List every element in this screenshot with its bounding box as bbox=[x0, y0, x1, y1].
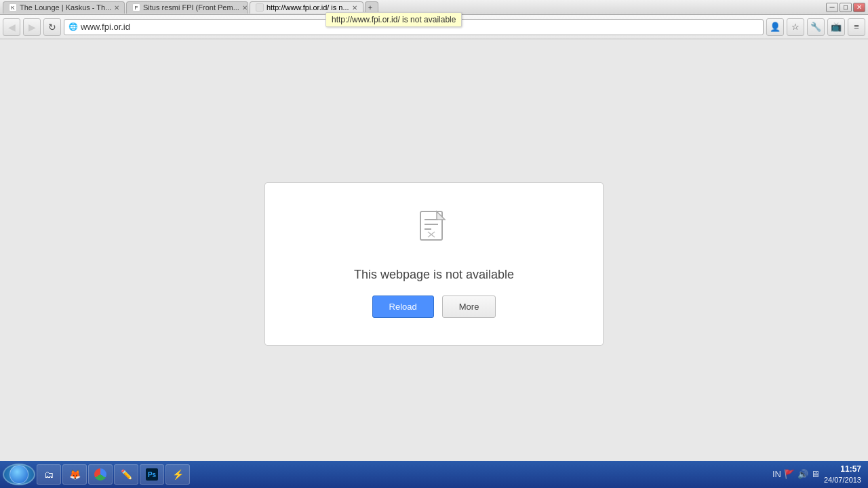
close-button[interactable]: ✕ bbox=[853, 3, 865, 12]
menu-icon: ≡ bbox=[854, 22, 859, 32]
bookmark-button[interactable]: ☆ bbox=[787, 18, 804, 36]
cast-button[interactable]: 📺 bbox=[827, 18, 845, 36]
page-icon: 🌐 bbox=[68, 22, 78, 31]
clock-date: 24/07/2013 bbox=[824, 475, 861, 485]
tab-favicon-fpi-error bbox=[256, 3, 264, 12]
chrome-icon bbox=[94, 468, 106, 481]
reload-page-button[interactable]: Reload bbox=[372, 296, 434, 318]
tab-close-kaskus[interactable]: ✕ bbox=[114, 4, 119, 12]
taskbar-item-photoshop[interactable]: Ps bbox=[140, 464, 164, 485]
settings-button[interactable]: ≡ bbox=[848, 18, 865, 36]
clock-time: 11:57 bbox=[824, 464, 861, 475]
clock: 11:57 24/07/2013 bbox=[824, 464, 861, 485]
tab-label-fpi-error: http://www.fpi.or.id/ is n... bbox=[267, 3, 349, 12]
minimize-button[interactable]: ─ bbox=[826, 3, 838, 12]
taskbar-item-chrome[interactable] bbox=[88, 464, 113, 485]
tab-tooltip: http://www.fpi.or.id/ is not available bbox=[326, 12, 462, 27]
back-icon: ◀ bbox=[8, 22, 16, 33]
tab-close-fpi-situs[interactable]: ✕ bbox=[242, 4, 248, 12]
firefox-icon: 🦊 bbox=[68, 468, 81, 481]
back-button[interactable]: ◀ bbox=[3, 18, 20, 36]
profile-button[interactable]: 👤 bbox=[766, 18, 784, 36]
error-card: This webpage is not available Reload Mor… bbox=[264, 182, 604, 346]
reload-button[interactable]: ↻ bbox=[43, 18, 61, 36]
taskbar-item-firefox[interactable]: 🦊 bbox=[62, 464, 87, 485]
page-content: This webpage is not available Reload Mor… bbox=[0, 39, 868, 488]
taskbar: 🗂 🦊 ✏️ Ps ⚡ IN 🚩 🔊 🖥 11:57 2 bbox=[0, 461, 868, 488]
tab-fpi-error[interactable]: http://www.fpi.or.id/ is n... ✕ bbox=[250, 1, 363, 14]
tab-favicon-fpi-situs: F bbox=[132, 3, 140, 12]
explorer-icon: 🗂 bbox=[43, 468, 55, 481]
reload-icon: ↻ bbox=[48, 22, 56, 33]
start-orb bbox=[9, 465, 28, 484]
photoshop-icon: Ps bbox=[146, 468, 158, 481]
extension-button[interactable]: 🔧 bbox=[807, 18, 825, 36]
tab-favicon-kaskus: K bbox=[9, 3, 17, 12]
app1-icon: ✏️ bbox=[120, 468, 132, 481]
tab-new[interactable]: + bbox=[365, 1, 378, 14]
star-icon: ☆ bbox=[791, 22, 800, 32]
taskbar-item-explorer[interactable]: 🗂 bbox=[37, 464, 61, 485]
monitor-icon: 🖥 bbox=[811, 469, 820, 479]
speaker-icon: 🔊 bbox=[797, 469, 808, 479]
forward-button[interactable]: ▶ bbox=[23, 18, 41, 36]
nav-actions: 👤 ☆ 🔧 📺 ≡ bbox=[766, 18, 865, 36]
cast-icon: 📺 bbox=[831, 22, 842, 32]
taskbar-item-app1[interactable]: ✏️ bbox=[114, 464, 138, 485]
puzzle-icon: 🔧 bbox=[810, 22, 821, 32]
flag-icon: 🚩 bbox=[784, 469, 795, 479]
new-tab-icon: + bbox=[368, 3, 372, 12]
tab-fpi-situs[interactable]: F Situs resmi FPI (Front Pem... ✕ bbox=[126, 1, 248, 14]
systray: IN 🚩 🔊 🖥 11:57 24/07/2013 bbox=[768, 464, 865, 485]
error-message: This webpage is not available bbox=[354, 268, 514, 282]
browser-window: K The Lounge | Kaskus - Th... ✕ F Situs … bbox=[0, 0, 868, 488]
taskbar-item-app2[interactable]: ⚡ bbox=[165, 464, 190, 485]
tab-label-fpi-situs: Situs resmi FPI (Front Pem... bbox=[143, 3, 239, 12]
forward-icon: ▶ bbox=[28, 22, 36, 33]
more-button[interactable]: More bbox=[442, 296, 496, 318]
keyboard-lang-icon: IN bbox=[772, 469, 781, 479]
error-buttons: Reload More bbox=[372, 296, 496, 318]
tab-kaskus[interactable]: K The Lounge | Kaskus - Th... ✕ bbox=[3, 1, 125, 14]
window-controls: ─ □ ✕ bbox=[826, 3, 865, 12]
tab-close-fpi-error[interactable]: ✕ bbox=[352, 4, 357, 12]
tab-bar: K The Lounge | Kaskus - Th... ✕ F Situs … bbox=[3, 1, 378, 14]
maximize-button[interactable]: □ bbox=[840, 3, 852, 12]
tab-label-kaskus: The Lounge | Kaskus - Th... bbox=[20, 3, 111, 12]
systray-icons: IN 🚩 🔊 🖥 bbox=[772, 469, 820, 479]
profile-icon: 👤 bbox=[770, 22, 781, 32]
start-button[interactable] bbox=[3, 464, 35, 485]
app2-icon: ⚡ bbox=[172, 468, 184, 481]
error-icon bbox=[418, 210, 450, 254]
